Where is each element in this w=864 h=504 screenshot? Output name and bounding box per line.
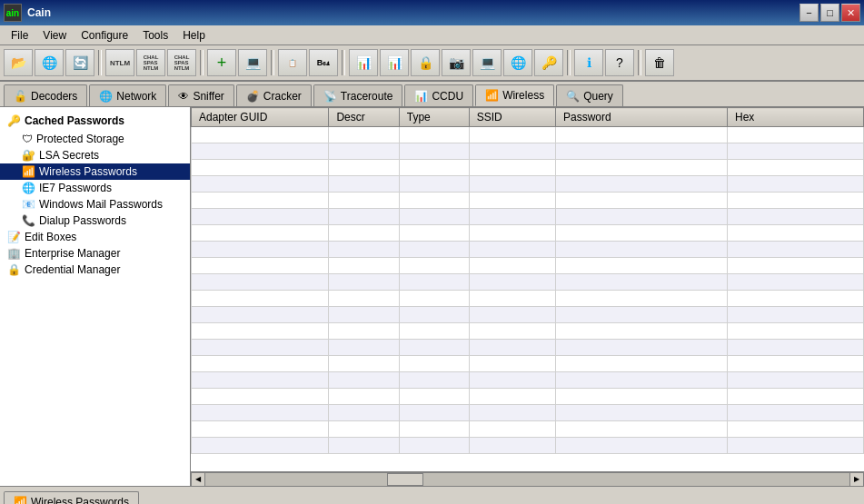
toolbar-clipboard[interactable]: 📋 [278, 49, 307, 76]
sidebar-root-label: Cached Passwords [25, 114, 124, 127]
col-ssid[interactable]: SSID [469, 108, 555, 127]
sidebar-item-ie7-passwords[interactable]: 🌐 IE7 Passwords [0, 180, 190, 196]
sidebar-wireless-label: Wireless Passwords [39, 165, 137, 178]
wireless-pw-icon: 📶 [22, 165, 35, 178]
toolbar-help[interactable]: ? [605, 49, 634, 76]
sidebar-item-enterprise-manager[interactable]: 🏢 Enterprise Manager [0, 245, 190, 262]
toolbar-network[interactable]: 🌐 [35, 49, 64, 76]
minimize-button[interactable]: − [799, 4, 819, 22]
sidebar-editboxes-label: Edit Boxes [25, 231, 76, 243]
toolbar-add[interactable]: + [207, 49, 236, 76]
toolbar-delete[interactable]: 🗑 [645, 49, 674, 76]
sidebar-ie7-label: IE7 Passwords [39, 182, 112, 194]
menu-file[interactable]: File [4, 27, 35, 44]
sidebar-item-lsa-secrets[interactable]: 🔐 LSA Secrets [0, 147, 190, 163]
tab-network[interactable]: 🌐 Network [89, 84, 166, 106]
data-table[interactable]: Adapter GUID Descr Type SSID Password He… [191, 107, 864, 471]
scroll-track[interactable] [205, 472, 849, 487]
tab-wireless[interactable]: 📶 Wireless [475, 84, 554, 106]
toolbar-info[interactable]: ℹ [574, 49, 603, 76]
toolbar-open[interactable]: 📂 [4, 49, 33, 76]
decoders-icon: 🔓 [14, 90, 27, 103]
tab-sniffer-label: Sniffer [193, 90, 223, 103]
horizontal-scrollbar[interactable]: ◀ ▶ [191, 471, 864, 486]
menu-view[interactable]: View [35, 27, 74, 44]
scroll-thumb[interactable] [387, 473, 423, 486]
col-hex[interactable]: Hex [728, 108, 864, 127]
menu-bar: File View Configure Tools Help [0, 25, 864, 45]
toolbar-chal1[interactable]: CHALSPASNTLM [136, 49, 165, 76]
col-adapter-guid[interactable]: Adapter GUID [192, 108, 329, 127]
sidebar-item-edit-boxes[interactable]: 📝 Edit Boxes [0, 229, 190, 245]
toolbar-pc[interactable]: 💻 [238, 49, 267, 76]
toolbar-sep6 [638, 50, 641, 75]
sidebar-item-credential-manager[interactable]: 🔒 Credential Manager [0, 262, 190, 278]
menu-configure[interactable]: Configure [74, 27, 135, 44]
sidebar-item-windows-mail[interactable]: 📧 Windows Mail Passwords [0, 196, 190, 212]
sniffer-icon: 👁 [178, 90, 189, 103]
table-row [192, 307, 864, 323]
tab-ccdu[interactable]: 📊 CCDU [404, 84, 473, 106]
enterprise-icon: 🏢 [7, 247, 21, 260]
tab-query-label: Query [583, 90, 613, 103]
toolbar-chart2[interactable]: 📊 [380, 49, 409, 76]
table-row [192, 372, 864, 389]
toolbar: 📂 🌐 🔄 NTLM CHALSPASNTLM CHALSPASNTLM + 💻… [0, 45, 864, 82]
toolbar-sep3 [271, 50, 274, 75]
title-text: Cain [27, 6, 51, 19]
toolbar-sep2 [200, 50, 204, 75]
table-row [192, 340, 864, 356]
content-area: Adapter GUID Descr Type SSID Password He… [191, 107, 864, 486]
bottom-tab-wireless[interactable]: 📶 Wireless Passwords [4, 491, 139, 504]
main-content: 🔑 Cached Passwords 🛡 Protected Storage 🔐… [0, 107, 864, 486]
menu-help[interactable]: Help [175, 27, 213, 44]
toolbar-refresh[interactable]: 🔄 [65, 49, 94, 76]
sidebar-lsa-label: LSA Secrets [39, 149, 99, 162]
tab-query[interactable]: 🔍 Query [556, 84, 623, 106]
sidebar-protected-storage-label: Protected Storage [36, 133, 124, 145]
table-body [192, 127, 864, 454]
tab-traceroute[interactable]: 📡 Traceroute [313, 84, 403, 106]
tab-sniffer[interactable]: 👁 Sniffer [168, 84, 233, 106]
table-row [192, 274, 864, 291]
traceroute-icon: 📡 [323, 90, 337, 103]
col-password[interactable]: Password [555, 108, 727, 127]
sidebar-root-cached[interactable]: 🔑 Cached Passwords [0, 111, 190, 131]
table-row [192, 242, 864, 258]
scroll-left-btn[interactable]: ◀ [191, 472, 205, 487]
scroll-right-btn[interactable]: ▶ [849, 472, 864, 487]
tab-traceroute-label: Traceroute [341, 90, 393, 103]
toolbar-chal2[interactable]: CHALSPASNTLM [167, 49, 196, 76]
close-button[interactable]: ✕ [841, 4, 860, 22]
table-row [192, 356, 864, 372]
table-row [192, 291, 864, 307]
toolbar-sep4 [342, 50, 345, 75]
lsa-icon: 🔐 [22, 149, 35, 162]
dialup-icon: 📞 [22, 214, 35, 227]
col-type[interactable]: Type [399, 108, 469, 127]
col-descr[interactable]: Descr [329, 108, 399, 127]
toolbar-photo[interactable]: 📷 [442, 49, 471, 76]
toolbar-ntlm[interactable]: NTLM [105, 49, 134, 76]
toolbar-net2[interactable]: 🌐 [503, 49, 532, 76]
ccdu-icon: 📊 [414, 90, 428, 103]
sidebar-enterprise-label: Enterprise Manager [25, 247, 120, 260]
sidebar-item-dialup[interactable]: 📞 Dialup Passwords [0, 212, 190, 229]
toolbar-chart1[interactable]: 📊 [349, 49, 378, 76]
table-row [192, 143, 864, 160]
tab-ccdu-label: CCDU [432, 90, 463, 103]
tab-decoders[interactable]: 🔓 Decoders [4, 84, 87, 106]
toolbar-key[interactable]: 🔑 [534, 49, 563, 76]
bottom-tab-label: Wireless Passwords [31, 496, 129, 505]
toolbar-pc2[interactable]: 💻 [472, 49, 502, 76]
cached-icon: 🔑 [7, 114, 21, 127]
toolbar-lock[interactable]: 🔒 [411, 49, 440, 76]
results-table: Adapter GUID Descr Type SSID Password He… [191, 107, 864, 454]
menu-tools[interactable]: Tools [135, 27, 175, 44]
sidebar-item-protected-storage[interactable]: 🛡 Protected Storage [0, 131, 190, 147]
sidebar-credential-label: Credential Manager [25, 263, 120, 276]
toolbar-b64[interactable]: B₆₄ [309, 49, 338, 76]
sidebar-item-wireless-passwords[interactable]: 📶 Wireless Passwords [0, 163, 190, 180]
tab-cracker[interactable]: 💣 Cracker [236, 84, 312, 106]
maximize-button[interactable]: □ [820, 4, 839, 22]
